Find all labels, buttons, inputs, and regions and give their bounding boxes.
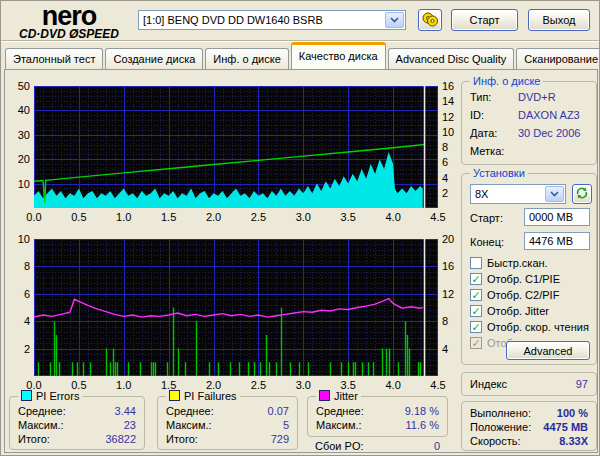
settings-box: Установки 8X Старт: 0000 MB Конец: 4476 … [461, 173, 597, 365]
axis-tick-label: 50 [6, 80, 30, 92]
axis-tick-label: 10 [6, 233, 30, 245]
axis-tick-label: 4.5 [428, 211, 448, 223]
axis-tick-label: 4 [6, 315, 30, 327]
advanced-button[interactable]: Advanced [506, 341, 590, 360]
progress-row: Положение:4475 MB [470, 421, 588, 433]
exit-button[interactable]: Выход [528, 9, 590, 31]
refresh-button[interactable] [572, 184, 592, 204]
checkbox-icon: ✓ [470, 273, 482, 285]
disc-info-box: Инф. о диске Тип:DVD+R ID:DAXON AZ3 Дата… [461, 81, 597, 165]
checkbox-show-jitter[interactable]: ✓Отобр. Jitter [470, 304, 549, 317]
drive-select[interactable]: [1:0] BENQ DVD DD DW1640 BSRB [138, 10, 406, 30]
tab-scan-disc[interactable]: Сканирование диска [516, 48, 600, 69]
pi-errors-legend-chip [21, 390, 32, 401]
checkbox-icon: ✓ [470, 305, 482, 317]
axis-tick-label: 10 [442, 126, 454, 138]
axis-tick-label: 3.5 [338, 211, 358, 223]
disc-info-row: Метка: [470, 145, 588, 157]
tab-disc-info[interactable]: Инф. о диске [205, 48, 288, 69]
progress-box: Выполнено:100 % Положение:4475 MB Скорос… [461, 401, 597, 451]
axis-tick-label: 2.5 [248, 211, 268, 223]
pi-failures-stats-box: PI Failures Среднее:0.07 Максим.:5 Итого… [157, 396, 298, 450]
axis-tick-label: 8 [442, 315, 448, 327]
checkbox-fast-scan[interactable]: ✓Быстр.скан. [470, 256, 548, 269]
jitter-legend-chip [319, 390, 330, 401]
checkbox-show-c1-pie[interactable]: ✓Отобр. C1/PIE [470, 272, 560, 285]
axis-tick-label: 16 [442, 260, 454, 272]
disc-info-row: Дата:30 Dec 2006 [470, 127, 588, 139]
disc-info-row: Тип:DVD+R [470, 91, 588, 103]
tab-advanced-disc-quality[interactable]: Advanced Disc Quality [388, 48, 515, 69]
checkbox-icon: ✓ [470, 289, 482, 301]
pi-errors-plot [34, 86, 438, 208]
start-field[interactable]: 0000 MB [524, 208, 590, 226]
axis-tick-label: 0.0 [24, 211, 44, 223]
axis-tick-label: 12 [442, 111, 454, 123]
stat-row: Максим.:23 [18, 419, 136, 431]
start-button-label: Старт [470, 14, 500, 26]
axis-tick-label: 0.5 [69, 211, 89, 223]
axis-tick-label: 3.0 [293, 379, 313, 391]
chevron-down-icon[interactable] [385, 12, 404, 28]
index-box: Индекс 97 [461, 372, 597, 396]
axis-tick-label: 1.0 [114, 211, 134, 223]
progress-row: Выполнено:100 % [470, 407, 588, 419]
tab-disc-quality[interactable]: Качество диска [291, 42, 386, 69]
axis-tick-label: 6 [442, 156, 448, 168]
axis-tick-label: 4.5 [428, 379, 448, 391]
axis-tick-label: 8 [442, 141, 448, 153]
checkbox-icon: ✓ [470, 321, 482, 333]
axis-tick-label: 30 [6, 129, 30, 141]
axis-tick-label: 1.5 [159, 211, 179, 223]
eject-disc-button[interactable] [418, 9, 442, 31]
advanced-button-label: Advanced [524, 345, 573, 357]
pi-errors-stats-title: PI Errors [18, 390, 82, 402]
axis-tick-label: 14 [442, 95, 454, 107]
po-failures-value: 0 [434, 440, 440, 452]
stat-row: Среднее:9.18 % [316, 405, 439, 417]
index-row: Индекс 97 [470, 378, 588, 390]
start-button[interactable]: Старт [451, 9, 518, 31]
axis-tick-label: 1.0 [114, 379, 134, 391]
checkbox-icon: ✓ [470, 337, 482, 349]
checkbox-show-read-speed[interactable]: ✓Отобр. скор. чтения [470, 320, 589, 333]
axis-tick-label: 12 [442, 288, 454, 300]
axis-tick-label: 20 [6, 153, 30, 165]
exit-button-label: Выход [543, 14, 576, 26]
axis-tick-label: 2.5 [248, 379, 268, 391]
speed-select-value: 8X [471, 188, 544, 200]
jitter-stats-title: Jitter [316, 390, 361, 402]
progress-row: Скорость:8.33X [470, 435, 588, 447]
nero-logo: nero CD·DVD ØSPEED [5, 2, 133, 38]
tab-benchmark[interactable]: Эталонный тест [5, 48, 103, 69]
stat-row: Среднее:0.07 [166, 405, 289, 417]
axis-tick-label: 2 [6, 343, 30, 355]
end-field[interactable]: 4476 MB [524, 232, 590, 250]
checkbox-show-c2-pif[interactable]: ✓Отобр. C2/PIF [470, 288, 559, 301]
drive-select-value: [1:0] BENQ DVD DD DW1640 BSRB [139, 14, 384, 26]
disc-info-title: Инф. о диске [470, 75, 543, 87]
pi-failures-legend-chip [169, 390, 180, 401]
speed-select[interactable]: 8X [470, 184, 566, 204]
app-window: nero CD·DVD ØSPEED [1:0] BENQ DVD DD DW1… [0, 0, 600, 456]
po-failures-row: Сбои PO: 0 [315, 440, 440, 452]
jitter-stats-box: Jitter Среднее:9.18 % Максим.:11.6 % [307, 396, 448, 437]
refresh-icon [576, 187, 588, 201]
chevron-down-icon[interactable] [545, 186, 564, 202]
axis-tick-label: 2 [442, 187, 448, 199]
stat-row: Максим.:11.6 % [316, 419, 439, 431]
logo-nero-text: nero [5, 3, 133, 30]
checkbox-icon: ✓ [470, 257, 482, 269]
axis-tick-label: 3.0 [293, 211, 313, 223]
axis-tick-label: 40 [6, 104, 30, 116]
index-value: 97 [576, 378, 588, 390]
axis-tick-label: 6 [6, 288, 30, 300]
tab-bar: Эталонный тест Создание диска Инф. о дис… [5, 47, 600, 69]
pi-errors-chart: 50403020101614121086420.00.51.01.52.02.5… [6, 86, 461, 226]
stat-row: Итого:36822 [18, 433, 136, 445]
index-label: Индекс [470, 378, 507, 390]
tab-create-disc[interactable]: Создание диска [105, 48, 203, 69]
end-field-label: Конец: [470, 236, 504, 248]
disc-info-row: ID:DAXON AZ3 [470, 109, 588, 121]
axis-tick-label: 8 [6, 260, 30, 272]
